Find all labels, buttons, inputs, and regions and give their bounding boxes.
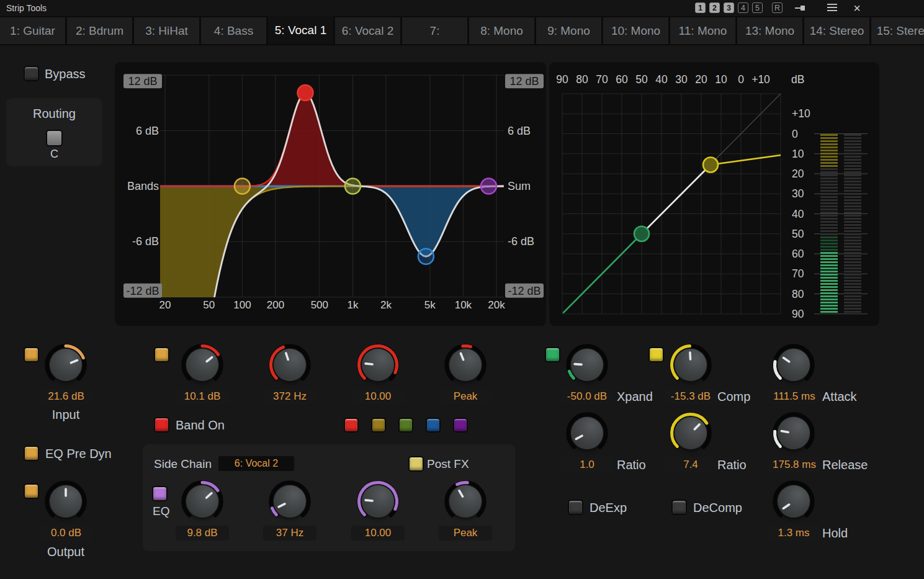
- routing-button[interactable]: [46, 130, 63, 146]
- post-fx-checkbox[interactable]: [408, 456, 424, 472]
- de-comp-checkbox[interactable]: [671, 500, 687, 515]
- band-freq-knob[interactable]: [267, 342, 313, 388]
- tab-11-mono[interactable]: 11: Mono: [670, 17, 735, 44]
- bypass-checkbox[interactable]: [24, 66, 39, 81]
- dyn-node-2[interactable]: [703, 157, 718, 172]
- tab-13-mono[interactable]: 13: Mono: [737, 17, 802, 44]
- band-q-value[interactable]: 10.00: [351, 389, 405, 404]
- close-icon[interactable]: ×: [853, 1, 861, 16]
- comp-ratio-value[interactable]: 7.4: [665, 457, 717, 472]
- side-chain-gain-value[interactable]: 9.8 dB: [176, 526, 229, 541]
- tab-7[interactable]: 7:: [402, 17, 467, 44]
- eq-band1-handle[interactable]: [297, 85, 313, 101]
- output-gain-value[interactable]: 0.0 dB: [40, 526, 92, 541]
- band-gain-knob[interactable]: [179, 342, 225, 388]
- side-chain-freq-value[interactable]: 37 Hz: [263, 526, 316, 541]
- eq-band1-fill: [160, 93, 504, 186]
- strip-button-2[interactable]: 2: [709, 2, 720, 13]
- release-knob[interactable]: [771, 410, 817, 456]
- eq-band2-handle[interactable]: [235, 179, 250, 194]
- eq-pre-dyn-checkbox[interactable]: [24, 446, 39, 461]
- svg-text:60: 60: [616, 73, 628, 86]
- band-type-knob[interactable]: [442, 342, 488, 388]
- menu-icon[interactable]: [827, 4, 837, 12]
- band-on-label: Band On: [176, 418, 225, 433]
- output-enable-checkbox[interactable]: [24, 483, 39, 499]
- strip-button-4[interactable]: 4: [738, 2, 748, 13]
- tab-3-hihat[interactable]: 3: HiHat: [134, 17, 199, 44]
- dynamics-graph[interactable]: 9080706050403020100+10dB+100102030405060…: [549, 62, 879, 326]
- side-chain-eq-checkbox[interactable]: [152, 486, 168, 501]
- tab-6-vocal-2[interactable]: 6: Vocal 2: [335, 17, 400, 44]
- xpand-threshold-value[interactable]: -50.0 dB: [561, 389, 613, 404]
- svg-text:6 dB: 6 dB: [136, 125, 159, 137]
- svg-text:5k: 5k: [424, 299, 436, 311]
- side-chain-q-knob[interactable]: [355, 478, 401, 524]
- strip-button-5[interactable]: 5: [752, 2, 763, 13]
- band-swatch-1-selected[interactable]: [344, 418, 359, 433]
- strip-button-R[interactable]: R: [772, 2, 783, 13]
- gain-reduction-and-level-meters: [820, 134, 861, 313]
- tab-15-stereo[interactable]: 15: Stereo: [871, 17, 924, 44]
- side-chain-q-value[interactable]: 10.00: [351, 526, 405, 541]
- band-swatch-3[interactable]: [398, 418, 413, 433]
- de-exp-label: DeExp: [590, 501, 627, 515]
- band-type-value[interactable]: Peak: [439, 389, 492, 404]
- tab-9-mono[interactable]: 9: Mono: [536, 17, 601, 44]
- comp-checkbox[interactable]: [648, 347, 664, 362]
- band-freq-value[interactable]: 372 Hz: [263, 389, 316, 404]
- side-chain-type-value[interactable]: Peak: [439, 526, 492, 541]
- tab-10-mono[interactable]: 10: Mono: [603, 17, 668, 44]
- xpand-threshold-knob[interactable]: [564, 342, 610, 388]
- side-chain-source-dropdown[interactable]: 6: Vocal 2: [218, 456, 294, 471]
- strip-button-3[interactable]: 3: [724, 2, 734, 13]
- eq-graph[interactable]: 12 dB12 dB6 dB6 dBBandsSum-6 dB-6 dB-12 …: [115, 62, 546, 326]
- output-gain-knob[interactable]: [43, 478, 89, 524]
- xpand-label: Xpand: [617, 390, 653, 404]
- xpand-ratio-value[interactable]: 1.0: [561, 457, 613, 472]
- attack-knob[interactable]: [771, 342, 817, 388]
- side-chain-gain-knob[interactable]: [179, 478, 225, 524]
- comp-threshold-knob[interactable]: [668, 342, 714, 388]
- strip-button-1[interactable]: 1: [695, 2, 706, 13]
- eq-graph-panel[interactable]: 12 dB12 dB6 dB6 dBBandsSum-6 dB-6 dB-12 …: [115, 62, 546, 326]
- dynamics-graph-panel[interactable]: 9080706050403020100+10dB+100102030405060…: [549, 62, 879, 326]
- band-select-checkbox[interactable]: [154, 347, 169, 362]
- comp-ratio-knob[interactable]: [668, 410, 714, 456]
- eq-band5-handle[interactable]: [481, 179, 496, 194]
- tab-8-mono[interactable]: 8: Mono: [469, 17, 534, 44]
- xpand-checkbox[interactable]: [545, 347, 560, 362]
- eq-band3-handle[interactable]: [345, 179, 361, 194]
- release-value[interactable]: 175.8 ms: [768, 457, 821, 472]
- band-swatch-2[interactable]: [371, 418, 386, 433]
- svg-text:0: 0: [792, 128, 798, 140]
- hold-knob[interactable]: [771, 478, 817, 524]
- band-on-checkbox[interactable]: [154, 417, 169, 433]
- band-swatch-4[interactable]: [426, 418, 441, 433]
- tab-4-bass[interactable]: 4: Bass: [201, 17, 266, 44]
- band-swatch-5[interactable]: [453, 418, 468, 433]
- tab-5-vocal-1[interactable]: 5: Vocal 1: [268, 16, 333, 44]
- eq-band4-handle[interactable]: [418, 249, 434, 264]
- xpand-ratio-knob[interactable]: [564, 410, 610, 456]
- tab-1-guitar[interactable]: 1: Guitar: [0, 17, 65, 44]
- de-exp-checkbox[interactable]: [568, 500, 583, 515]
- attack-value[interactable]: 111.5 ms: [768, 389, 821, 404]
- svg-text:10k: 10k: [455, 299, 472, 311]
- tab-14-stereo[interactable]: 14: Stereo: [804, 17, 869, 44]
- input-gain-value[interactable]: 21.6 dB: [40, 389, 92, 404]
- input-enable-checkbox[interactable]: [24, 347, 39, 362]
- tab-2-bdrum[interactable]: 2: Bdrum: [67, 17, 132, 44]
- side-chain-freq-knob[interactable]: [267, 478, 313, 524]
- side-chain-type-knob[interactable]: [442, 478, 488, 524]
- comp-threshold-value[interactable]: -15.3 dB: [665, 389, 717, 404]
- hold-value[interactable]: 1.3 ms: [768, 526, 820, 541]
- dyn-node-1[interactable]: [634, 227, 649, 241]
- pin-icon[interactable]: [795, 3, 806, 13]
- band-gain-value[interactable]: 10.1 dB: [176, 389, 229, 404]
- xpand-ratio-label: Ratio: [617, 458, 646, 472]
- input-label: Input: [35, 408, 97, 422]
- svg-text:dB: dB: [791, 73, 804, 86]
- input-gain-knob[interactable]: [43, 342, 89, 388]
- band-q-knob[interactable]: [355, 342, 401, 388]
